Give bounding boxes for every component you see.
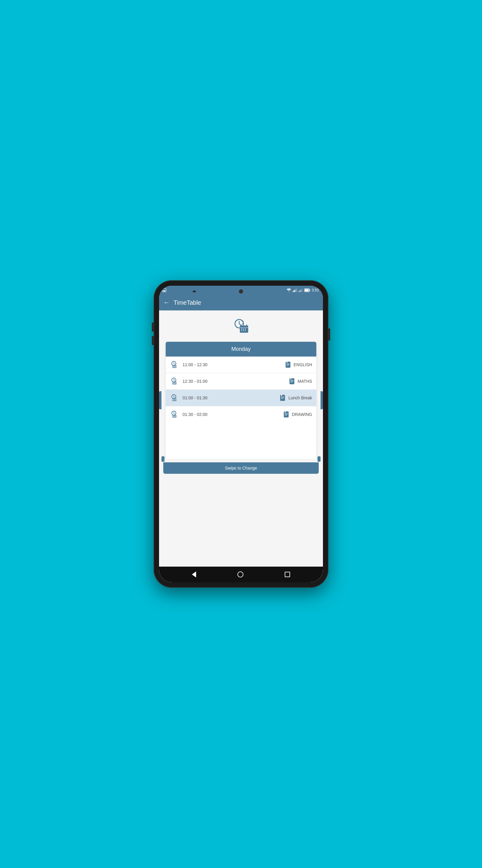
svg-rect-28 [175, 367, 176, 367]
phone-device: 3:53 ← TimeTable [154, 280, 328, 588]
svg-rect-6 [301, 289, 302, 292]
swipe-footer[interactable]: Swipe to Change [163, 462, 319, 474]
svg-rect-3 [296, 288, 297, 292]
svg-rect-54 [281, 398, 284, 398]
day-header: Monday [166, 342, 316, 356]
svg-rect-57 [172, 415, 176, 418]
status-right: 3:53 [287, 288, 319, 292]
nav-home-button[interactable] [237, 571, 244, 578]
subject-icon-4 [284, 411, 289, 418]
subject-4: DRAWING [292, 412, 312, 417]
svg-rect-21 [243, 330, 244, 331]
volume-up-button[interactable] [152, 322, 154, 332]
bottom-spacer [159, 474, 323, 567]
swipe-label: Swipe to Change [225, 466, 257, 470]
svg-rect-18 [243, 329, 244, 330]
svg-rect-59 [173, 416, 174, 417]
app-bar: ← TimeTable [159, 295, 323, 310]
volume-down-button[interactable] [152, 336, 154, 345]
svg-rect-24 [172, 365, 176, 368]
svg-rect-43 [290, 381, 293, 381]
svg-rect-38 [174, 383, 175, 384]
svg-rect-4 [298, 291, 299, 292]
svg-rect-32 [287, 364, 289, 365]
back-triangle-icon [192, 571, 196, 578]
schedule-list: 11:00 - 12:30 ENGLISH [166, 356, 316, 423]
svg-rect-26 [173, 367, 174, 367]
svg-rect-42 [290, 380, 293, 381]
svg-rect-47 [172, 399, 176, 400]
time-2: 12:30 - 01:00 [183, 379, 289, 384]
subject-2: MATHS [298, 379, 312, 384]
svg-rect-35 [172, 381, 176, 384]
schedule-icon-3 [170, 393, 179, 402]
svg-rect-33 [287, 365, 289, 366]
signal-icon [293, 288, 297, 292]
svg-rect-52 [281, 395, 282, 396]
subject-icon-2 [289, 378, 295, 384]
svg-rect-49 [174, 400, 175, 401]
svg-rect-30 [287, 362, 287, 363]
svg-rect-31 [287, 364, 289, 364]
svg-rect-60 [174, 416, 175, 417]
timetable-icon [231, 317, 251, 336]
nav-bar [159, 567, 323, 582]
svg-rect-53 [281, 397, 284, 397]
phone-screen: 3:53 ← TimeTable [159, 286, 323, 582]
nav-recents-button[interactable] [285, 572, 290, 577]
svg-rect-22 [245, 330, 246, 331]
svg-rect-37 [173, 383, 174, 384]
schedule-card: Monday [166, 342, 316, 459]
svg-rect-10 [304, 289, 309, 291]
status-bar: 3:53 [159, 286, 323, 295]
svg-rect-25 [172, 366, 176, 367]
nav-back-button[interactable] [192, 571, 196, 578]
svg-rect-1 [294, 290, 295, 292]
app-title: TimeTable [173, 299, 201, 306]
back-button[interactable]: ← [163, 299, 170, 306]
svg-rect-58 [172, 415, 176, 416]
home-circle-icon [237, 571, 244, 578]
table-row[interactable]: 01:00 - 01:30 Lunch Break [166, 390, 316, 406]
svg-rect-44 [290, 382, 292, 382]
table-row[interactable]: 12:30 - 01:00 MATHS [166, 373, 316, 390]
table-row[interactable]: 01:30 - 02:00 DRAWING [166, 406, 316, 423]
wifi-icon [287, 288, 291, 292]
scroll-indicator-area [161, 459, 321, 462]
scroll-left-tab [161, 456, 164, 462]
subject-1: ENGLISH [294, 362, 312, 367]
time-4: 01:30 - 02:00 [183, 412, 284, 417]
status-time: 3:53 [312, 288, 319, 292]
time-1: 11:00 - 12:30 [183, 362, 285, 367]
svg-rect-7 [302, 288, 303, 292]
svg-rect-27 [174, 367, 175, 367]
day-label: Monday [231, 346, 251, 352]
svg-rect-20 [241, 330, 242, 331]
signal2-icon [298, 288, 303, 292]
svg-rect-15 [247, 324, 247, 326]
table-row[interactable]: 11:00 - 12:30 ENGLISH [166, 356, 316, 373]
svg-rect-48 [173, 400, 174, 401]
empty-space [166, 423, 316, 459]
svg-rect-61 [175, 416, 176, 417]
svg-rect-36 [172, 382, 176, 383]
schedule-icon-2 [170, 377, 179, 386]
svg-rect-41 [290, 378, 291, 379]
svg-rect-64 [285, 413, 288, 414]
recents-square-icon [285, 572, 290, 577]
svg-rect-46 [172, 398, 176, 401]
svg-rect-14 [241, 324, 242, 326]
svg-rect-50 [175, 400, 176, 401]
svg-rect-19 [245, 329, 246, 330]
icon-area [159, 310, 323, 342]
subject-icon-3 [280, 395, 285, 401]
side-tab-left [159, 391, 161, 409]
svg-rect-66 [285, 415, 287, 415]
notification-icon [162, 288, 166, 292]
card-container: Monday [161, 342, 321, 459]
power-button[interactable] [328, 329, 330, 341]
svg-rect-2 [295, 289, 296, 292]
side-tab-right [321, 391, 323, 409]
svg-rect-16 [240, 327, 248, 328]
time-3: 01:00 - 01:30 [183, 396, 280, 400]
